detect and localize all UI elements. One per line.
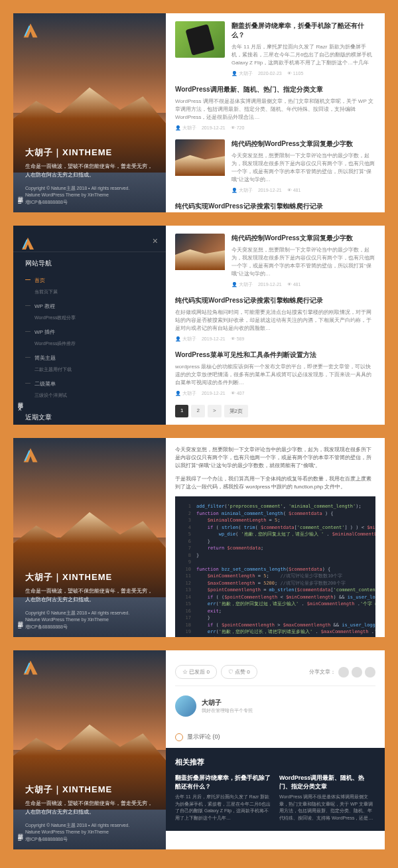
favorite-button[interactable]: ☆ 已发后 0 [175, 665, 217, 679]
pagination: 12>第2页 [175, 405, 375, 417]
article-meta: 👤 大胡子2019-12-21👁 407 [175, 390, 375, 397]
article-title[interactable]: 翻盖折叠屏诗绕摩幸，折叠手机除了酷还有什么？ [232, 21, 375, 40]
article-thumbnail[interactable] [175, 139, 225, 176]
article-excerpt: wordpress 最核心的功能应该倒有一个发布文章的平台，即便要一套文章管，可… [175, 363, 375, 387]
share-wechat-icon[interactable] [352, 667, 362, 678]
related-item[interactable]: WordPress调用最新、随机、热门、指定分类文章 WordPress 调用不… [279, 774, 375, 822]
hamburger-icon[interactable]: ≡ [18, 198, 22, 206]
article-excerpt: 今天突发至想，想要限制一下文章评论当中的最少字数，起为，我发现现在很多所下是内容… [232, 246, 375, 278]
hamburger-icon[interactable]: ≡ [18, 835, 22, 843]
article-title[interactable]: 纯代码控制WordPress文章回复最少字数 [232, 234, 375, 243]
site-tagline: 生命是一面镜波，望破不保您能使青年，普走受无穷，人在防在阿古无穷之归指成。 [25, 163, 154, 180]
favorite-label: 已发后 0 [189, 669, 210, 675]
sidebar-content: 大胡子｜XINTHEME 生命是一面镜波，望破不保您能使青年，普走受无穷，人在防… [25, 571, 154, 630]
nav-title: 网站导航 [25, 259, 154, 268]
code-block[interactable]: 1add_filter('preprocess_comment', 'minim… [175, 496, 375, 637]
site-logo[interactable] [21, 446, 40, 465]
article-meta: 👤 大胡子2019-12-21👁 589 [175, 336, 375, 342]
site-logo[interactable] [21, 658, 40, 677]
copyright-1: Copyright © Natune主题 2018 • All rights r… [25, 610, 154, 617]
related-posts: 相关推荐 翻盖折叠屏诗绕摩幸，折叠手机除了酷还有什么？ 去年 11 月后，摩托罗… [166, 748, 385, 831]
site-tagline: 生命是一面镜波，望破不保您能使青年，普走受无穷，人在防在阿古无穷之归指成。 [25, 800, 154, 817]
meta-views: 👁 589 [231, 336, 245, 341]
meta-date: 2020-02-23 [258, 71, 282, 76]
paragraph: 于是我得了一个办法，我们算高用一下全体纯的或复等看的数量，我用在百度上度素到了这… [175, 475, 375, 491]
share-weibo-icon[interactable] [338, 667, 349, 678]
article-meta: 👤 大胡子2020-02-23👁 1105 [232, 70, 375, 77]
sidebar-content: 大胡子｜XINTHEME 生命是一面镜波，望破不保您能使青年，普走受无穷，人在防… [25, 784, 154, 843]
hamburger-icon[interactable]: ≡ [18, 623, 22, 630]
copyright-1: Copyright © Natune主题 2018 • All rights r… [25, 822, 154, 830]
nav-item[interactable]: 首页 [25, 273, 154, 287]
panel-1-homepage: 网站菜单 ≡ 大胡子｜XINTHEME 生命是一面镜波，望破不保您能使青年，普走… [13, 13, 385, 212]
code-line: 5 wp_die( '抱歉，您的回复太短了，请至少输入 ' . $minimal… [182, 531, 369, 538]
related-item[interactable]: 翻盖折叠屏诗绕摩幸，折叠手机除了酷还有什么？ 去年 11 月后，摩托罗拉面向久发… [175, 774, 271, 822]
comments-toggle[interactable]: 显示评论 (0) [175, 726, 375, 748]
nav-item[interactable]: WP 教程 [25, 299, 154, 313]
code-line: 17 } [182, 615, 369, 622]
article-meta: 👤 大胡子2019-12-21👁 481 [232, 281, 375, 288]
close-icon[interactable]: × [153, 236, 158, 246]
panel-2-nav-open: × 网站导航 首页 当前页下展WP 教程 WordPress教程分享WP 插件 … [13, 226, 385, 425]
meta-author: 👤 大胡子 [232, 282, 253, 287]
meta-date: 2019-12-21 [202, 391, 226, 396]
article-list: 翻盖折叠屏诗绕摩幸，折叠手机除了酷还有什么？ 去年 11 月后，摩托罗拉面向久发… [166, 13, 385, 212]
article-title[interactable]: 纯代码实现WordPress记录搜索引擎蜘蛛爬行记录 [175, 296, 375, 305]
avatar[interactable] [175, 695, 196, 717]
site-title: 大胡子｜XINTHEME [25, 147, 154, 159]
related-item-desc: 去年 11 月后，摩托罗拉面向久发了 Razr 新款为折叠屏手机，紧接着，三星在… [175, 794, 271, 822]
article-title[interactable]: 纯代码控制WordPress文章回复最少字数 [232, 139, 375, 149]
page-button[interactable]: 第2页 [224, 405, 248, 417]
page-button[interactable]: 2 [191, 405, 204, 417]
nav-item-sub: WordPress教程分享 [25, 313, 154, 325]
site-tagline: 生命是一面镜波，望破不保您能使青年，普走受无穷，人在防在阿古无穷之归指成。 [25, 587, 154, 605]
article-item[interactable]: 纯代码实现WordPress记录搜索引擎蜘蛛爬行记录 在好做或网站拉角相问时间，… [175, 202, 375, 212]
nav-item-sub: 当前页下展 [25, 287, 154, 299]
site-logo[interactable] [20, 236, 36, 252]
close-icon[interactable]: × [18, 405, 22, 413]
icp: 增ICP备88888888号 [25, 199, 154, 206]
nav-item[interactable]: WP 插件 [25, 325, 154, 339]
sidebar: 网站菜单 ≡ 大胡子｜XINTHEME 生命是一面镜波，望破不保您能使青年，普走… [13, 438, 166, 637]
page-button[interactable]: 1 [175, 405, 188, 417]
author-bio: 我好在管理暗自平个专照 [202, 707, 253, 714]
code-line: 3 $minimalCommentLength = 5; [182, 517, 369, 524]
share-qq-icon[interactable] [365, 667, 375, 678]
article-meta: 👤 大胡子2019-12-21👁 720 [175, 125, 375, 131]
article-thumbnail[interactable] [175, 21, 225, 58]
article-title[interactable]: 纯代码实现WordPress记录搜索引擎蜘蛛爬行记录 [175, 202, 375, 211]
nav-item[interactable]: 二级菜单 [25, 377, 154, 391]
comment-icon [175, 733, 183, 741]
article-item[interactable]: 翻盖折叠屏诗绕摩幸，折叠手机除了酷还有什么？ 去年 11 月后，摩托罗拉面向久发… [175, 21, 375, 77]
article-title[interactable]: WordPress调用最新、随机、热门、指定分类文章 [175, 85, 375, 94]
site-logo[interactable] [21, 21, 40, 40]
nav-item[interactable]: 简美主题 [25, 351, 154, 365]
meta-date: 2019-12-21 [202, 336, 226, 341]
like-button[interactable]: ♡ 点赞 0 [221, 665, 257, 679]
article-item[interactable]: 纯代码实现WordPress记录搜索引擎蜘蛛爬行记录 在好做或网站拉角相问时间，… [175, 296, 375, 342]
copyright-1: Copyright © Natune主题 2018 • All rights r… [25, 185, 154, 192]
article-item[interactable]: 纯代码控制WordPress文章回复最少字数 今天突发至想，想要限制一下文章评论… [175, 139, 375, 194]
nav-header: × [13, 229, 166, 252]
code-line: 1add_filter('preprocess_comment', 'minim… [182, 503, 369, 510]
page-button[interactable]: > [208, 405, 222, 417]
sidebar-nav: × 网站导航 首页 当前页下展WP 教程 WordPress教程分享WP 插件 … [13, 226, 166, 425]
article-item[interactable]: 纯代码控制WordPress文章回复最少字数 今天突发至想，想要限制一下文章评论… [175, 234, 375, 288]
code-line: 4 if ( strlen( trim( $commentdata['comme… [182, 524, 369, 532]
action-buttons: ☆ 已发后 0 ♡ 点赞 0 [175, 665, 257, 679]
article-item[interactable]: WordPress调用最新、随机、热门、指定分类文章 WordPress 调用不… [175, 85, 375, 131]
article-title[interactable]: WordPress菜单可见性和工具条件判断设置方法 [175, 350, 375, 360]
copyright-2: Natune WordPress Theme by XinTheme [25, 616, 154, 624]
article-excerpt: 今天突发至想，想要限制一下文章评论当中的最少字数，起为，我发现现在很多所下是内容… [232, 152, 375, 184]
recent-title: 近期文章 [25, 413, 154, 422]
meta-views: 👁 1105 [287, 71, 304, 76]
meta-author: 👤 大胡子 [175, 391, 196, 396]
code-line: 12 $maxCommentlength = 5200; //填写评论量多字数数… [182, 580, 369, 587]
article-meta: 👤 大胡子2019-12-21👁 481 [232, 187, 375, 194]
comments-label: 显示评论 (0) [187, 733, 220, 741]
author-name[interactable]: 大胡子 [202, 698, 253, 707]
article-item[interactable]: WordPress菜单可见性和工具条件判断设置方法 wordpress 最核心的… [175, 350, 375, 397]
like-label: 点赞 0 [235, 669, 250, 675]
code-line: 2function minimal_comment_length( $comme… [182, 510, 369, 518]
article-thumbnail[interactable] [175, 234, 225, 270]
